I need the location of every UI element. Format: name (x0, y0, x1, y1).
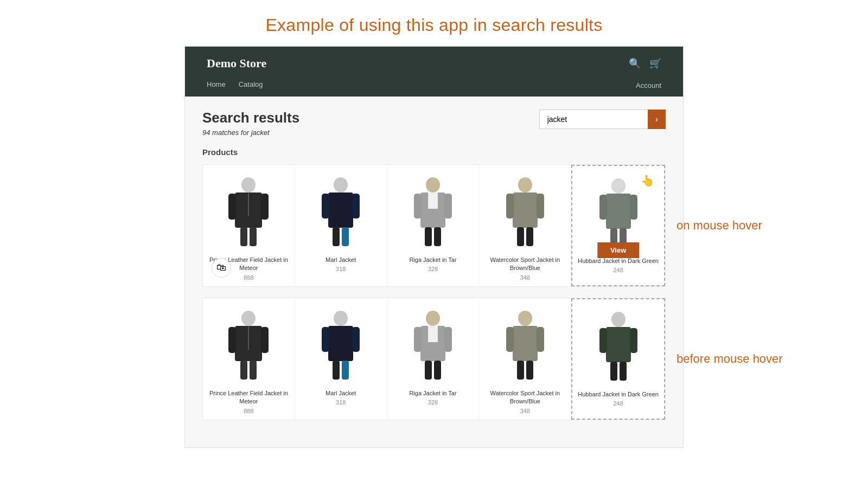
store-logo: Demo Store (207, 56, 266, 70)
hover-annotation: on mouse hover (676, 219, 796, 233)
svg-point-26 (611, 178, 626, 194)
cart-icon[interactable]: 🛒 (649, 57, 661, 69)
svg-rect-12 (342, 227, 349, 246)
svg-rect-18 (434, 227, 441, 246)
product-card: Riga Jacket in Tar 328 (387, 298, 480, 420)
svg-point-7 (334, 177, 348, 192)
product-image (224, 306, 273, 382)
nav-account[interactable]: Account (636, 81, 661, 89)
svg-rect-21 (513, 192, 538, 228)
product-name: Marl Jacket (301, 256, 381, 264)
svg-rect-57 (526, 361, 533, 380)
svg-rect-28 (599, 195, 607, 220)
page-title: Example of using this app in search resu… (0, 0, 868, 46)
svg-rect-61 (630, 328, 637, 353)
product-name: Hubbard Jacket in Dark Green (578, 390, 659, 399)
search-area: Search results 94 matches for jacket › P… (185, 97, 683, 447)
svg-rect-47 (414, 327, 422, 352)
svg-rect-55 (537, 327, 544, 352)
product-image-wrap (484, 304, 565, 385)
product-price: 318 (301, 399, 381, 406)
svg-rect-24 (517, 227, 524, 246)
product-name: Watercolor Sport Jacket in Brown/Blue (484, 256, 565, 273)
svg-rect-25 (526, 227, 533, 246)
product-image (594, 174, 643, 250)
store-nav: Home Catalog Account (207, 76, 661, 97)
product-card-before-hover: Hubbard Jacket in Dark Green 248 (571, 298, 665, 420)
product-price: 248 (578, 267, 659, 273)
svg-point-45 (426, 311, 440, 326)
svg-rect-44 (342, 361, 349, 380)
product-price: 888 (208, 408, 289, 414)
product-image-wrap (208, 304, 289, 385)
store-header: Demo Store 🔍 🛒 Home Catalog Account (185, 47, 683, 97)
svg-rect-19 (428, 192, 438, 209)
product-price: 248 (578, 400, 659, 407)
product-card: Marl Jacket 318 (295, 298, 387, 420)
search-button[interactable]: › (648, 110, 666, 129)
svg-point-32 (241, 311, 256, 326)
search-icon[interactable]: 🔍 (629, 57, 641, 69)
svg-rect-36 (240, 361, 247, 380)
product-card: Riga Jacket in Tar 328 (387, 165, 480, 286)
svg-rect-49 (425, 361, 432, 380)
product-card-hovered: 👆 View Hubbard Jacket in Dark Green 248 (571, 165, 665, 286)
product-card: Marl Jacket 318 (295, 165, 387, 286)
product-price: 318 (301, 266, 381, 272)
svg-rect-27 (606, 194, 631, 229)
shopify-badge: 🛍 (212, 258, 231, 278)
product-image (501, 306, 550, 382)
svg-rect-34 (228, 327, 236, 353)
product-name: Marl Jacket (301, 389, 381, 397)
product-name: Riga Jacket in Tar (393, 256, 474, 264)
product-image-wrap (578, 305, 659, 386)
product-image-wrap: 👆 (578, 171, 659, 253)
svg-rect-4 (240, 227, 247, 246)
svg-rect-16 (444, 194, 452, 219)
svg-rect-17 (425, 227, 432, 246)
svg-rect-29 (630, 195, 637, 220)
search-input[interactable] (539, 110, 648, 129)
svg-rect-11 (333, 227, 340, 246)
svg-rect-3 (261, 194, 269, 220)
product-card: Watercolor Sport Jacket in Brown/Blue 34… (479, 298, 571, 420)
svg-rect-63 (620, 362, 627, 381)
svg-rect-9 (322, 194, 329, 219)
product-image-wrap (393, 170, 474, 252)
store-frame: Demo Store 🔍 🛒 Home Catalog Account (184, 46, 684, 448)
svg-rect-15 (414, 194, 422, 219)
product-image (594, 307, 643, 383)
svg-rect-43 (333, 361, 340, 380)
svg-rect-53 (513, 326, 538, 361)
product-price: 328 (393, 266, 474, 272)
product-price: 328 (393, 399, 474, 406)
product-image (409, 173, 457, 249)
svg-point-0 (241, 177, 256, 192)
svg-rect-54 (506, 327, 514, 352)
svg-rect-51 (428, 326, 438, 342)
product-image-wrap (208, 170, 289, 252)
product-card: Prince Leather Field Jacket in Meteor 88… (203, 298, 295, 420)
svg-point-58 (611, 312, 626, 327)
products-section-label: Products (202, 147, 666, 157)
svg-point-20 (518, 177, 532, 192)
before-hover-annotation: before mouse hover (676, 352, 818, 366)
svg-point-39 (334, 311, 348, 326)
svg-rect-10 (352, 194, 360, 219)
product-image (501, 173, 550, 249)
nav-catalog[interactable]: Catalog (239, 80, 263, 90)
product-name: Hubbard Jacket in Dark Green (578, 257, 659, 265)
product-name: Watercolor Sport Jacket in Brown/Blue (484, 389, 565, 406)
nav-home[interactable]: Home (207, 80, 226, 90)
svg-rect-40 (328, 326, 353, 361)
svg-rect-56 (517, 361, 524, 380)
view-button[interactable]: View (597, 242, 639, 258)
svg-rect-62 (610, 362, 617, 381)
product-name: Riga Jacket in Tar (393, 389, 474, 397)
svg-rect-35 (261, 327, 269, 353)
cursor-pointer-icon: 👆 (641, 174, 654, 187)
search-results-title: Search results (202, 110, 299, 126)
product-name: Prince Leather Field Jacket in Meteor (208, 389, 289, 406)
svg-rect-59 (606, 327, 631, 362)
product-image-wrap (393, 304, 474, 385)
